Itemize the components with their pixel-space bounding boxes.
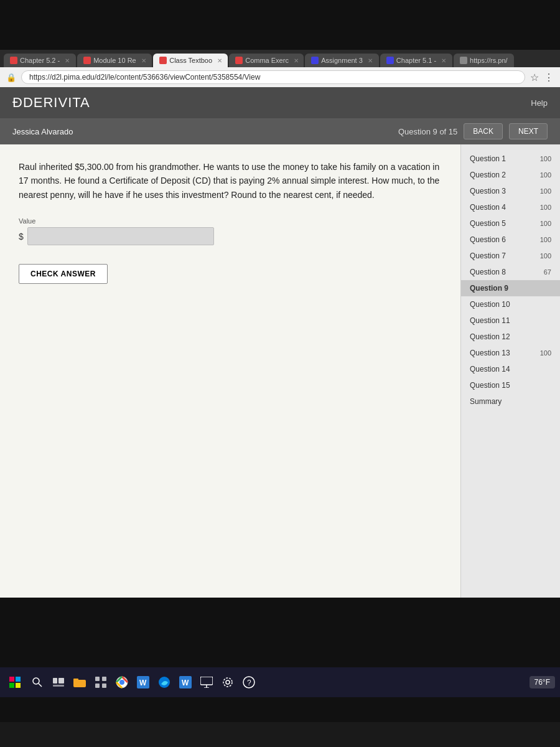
- svg-rect-1: [16, 677, 21, 682]
- edge-taskbar[interactable]: [156, 674, 173, 691]
- sidebar-item-label: Question 11: [470, 316, 510, 325]
- tab-module10[interactable]: Module 10 Re ✕: [77, 54, 152, 67]
- tab-chapter51[interactable]: Chapter 5.1 - ✕: [380, 54, 452, 67]
- student-name: Jessica Alvarado: [12, 127, 73, 136]
- back-button[interactable]: BACK: [464, 123, 503, 139]
- svg-rect-12: [102, 677, 106, 681]
- sidebar-item-label: Question 4: [470, 203, 506, 212]
- sidebar-item-3[interactable]: Question 3100: [461, 183, 560, 199]
- tab-assignment3[interactable]: Assignment 3 ✕: [305, 54, 379, 67]
- gear-icon: [222, 676, 234, 688]
- tab-comma[interactable]: Comma Exerc ✕: [229, 54, 304, 67]
- svg-rect-6: [53, 678, 57, 684]
- help-link[interactable]: Help: [531, 98, 548, 108]
- top-decoration: [0, 0, 560, 50]
- word2-icon: W: [179, 676, 192, 688]
- sidebar-item-score: 100: [540, 155, 551, 162]
- logo-d: Ð: [12, 95, 23, 110]
- browser-chrome: Chapter 5.2 - ✕ Module 10 Re ✕ Class Tex…: [0, 50, 560, 87]
- sidebar-item-9[interactable]: Question 9: [461, 280, 560, 296]
- chrome-taskbar[interactable]: [113, 674, 131, 691]
- svg-rect-0: [9, 677, 14, 682]
- svg-text:W: W: [182, 679, 189, 687]
- check-answer-button[interactable]: CHECK ANSWER: [19, 264, 108, 284]
- svg-line-5: [39, 684, 42, 687]
- sidebar-item-label: Question 10: [470, 300, 510, 309]
- sidebar-item-4[interactable]: Question 4100: [461, 199, 560, 215]
- sidebar-item-16[interactable]: Summary: [461, 393, 560, 410]
- svg-rect-7: [58, 678, 64, 684]
- search-icon: [32, 677, 42, 687]
- start-button[interactable]: [5, 672, 25, 692]
- settings-icon[interactable]: ⋮: [544, 72, 554, 83]
- sidebar-item-label: Question 13: [470, 349, 510, 357]
- monitor-taskbar[interactable]: [198, 674, 215, 691]
- grid-icon: [95, 677, 106, 688]
- sidebar-item-13[interactable]: Question 13100: [461, 345, 560, 361]
- svg-point-16: [119, 680, 124, 685]
- tab-rslink[interactable]: https://rs.pn/: [454, 54, 514, 67]
- sidebar-item-6[interactable]: Question 6100: [461, 232, 560, 248]
- taskview-icon: [53, 678, 64, 687]
- apps-taskbar[interactable]: [92, 674, 110, 691]
- sidebar-item-label: Summary: [470, 397, 502, 406]
- bottom-decoration: [0, 598, 560, 722]
- value-label: Value: [19, 217, 442, 225]
- main-wrapper: ÐDERIVITA Help Jessica Alvarado Question…: [0, 87, 560, 598]
- sidebar-item-1[interactable]: Question 1100: [461, 151, 560, 167]
- tab-favicon: [83, 57, 91, 64]
- word-icon: W: [137, 676, 149, 688]
- sidebar-item-score: 100: [540, 236, 551, 243]
- tab-classtextbook[interactable]: Class Textboo ✕: [153, 54, 228, 67]
- sidebar-item-12[interactable]: Question 12: [461, 329, 560, 345]
- svg-rect-13: [95, 684, 100, 688]
- sidebar-item-score: 100: [540, 220, 551, 227]
- windows-icon: [9, 677, 21, 688]
- next-button[interactable]: NEXT: [509, 123, 548, 139]
- sidebar-item-10[interactable]: Question 10: [461, 296, 560, 312]
- sidebar-item-8[interactable]: Question 867: [461, 264, 560, 280]
- sidebar-item-15[interactable]: Question 15: [461, 377, 560, 393]
- tab-favicon: [311, 57, 319, 64]
- tab-bar: Chapter 5.2 - ✕ Module 10 Re ✕ Class Tex…: [0, 50, 560, 67]
- sidebar-item-label: Question 5: [470, 219, 506, 228]
- sidebar-item-score: 100: [540, 349, 551, 357]
- sidebar-item-label: Question 7: [470, 251, 506, 260]
- sidebar-item-5[interactable]: Question 5100: [461, 215, 560, 232]
- search-taskbar[interactable]: [29, 674, 46, 691]
- student-nav: Jessica Alvarado Question 9 of 15 BACK N…: [0, 118, 560, 144]
- file-explorer-taskbar[interactable]: [71, 674, 88, 691]
- word-taskbar[interactable]: W: [134, 674, 152, 691]
- sidebar-item-label: Question 6: [470, 235, 506, 244]
- answer-input[interactable]: [27, 227, 214, 245]
- tab-favicon: [10, 57, 17, 64]
- sidebar-item-score: 100: [540, 187, 551, 195]
- sidebar-item-11[interactable]: Question 11: [461, 312, 560, 329]
- settings-taskbar[interactable]: [219, 674, 236, 691]
- sidebar-item-score: 100: [540, 204, 551, 211]
- address-bar[interactable]: https://d2l.pima.edu/d2l/le/content/5366…: [21, 70, 525, 84]
- svg-rect-14: [102, 684, 106, 688]
- svg-point-25: [226, 680, 230, 684]
- tab-favicon: [235, 57, 243, 64]
- input-row: $: [19, 227, 442, 245]
- monitor-icon: [200, 677, 213, 688]
- word2-taskbar[interactable]: W: [177, 674, 194, 691]
- help-taskbar[interactable]: ?: [240, 674, 258, 691]
- svg-rect-11: [95, 677, 100, 681]
- sidebar-item-label: Question 14: [470, 365, 510, 374]
- svg-rect-8: [53, 685, 64, 687]
- sidebar-item-7[interactable]: Question 7100: [461, 248, 560, 264]
- question-text: Raul inherited $5,300.00 from his grandm…: [19, 160, 442, 202]
- bookmark-icon[interactable]: ☆: [530, 72, 539, 83]
- taskview-taskbar[interactable]: [50, 674, 67, 691]
- tab-favicon: [460, 57, 467, 64]
- tab-chapter52[interactable]: Chapter 5.2 - ✕: [4, 54, 76, 67]
- address-bar-row: 🔒 https://d2l.pima.edu/d2l/le/content/53…: [0, 67, 560, 87]
- sidebar-item-label: Question 3: [470, 187, 506, 195]
- sidebar-item-14[interactable]: Question 14: [461, 361, 560, 377]
- sidebar-item-2[interactable]: Question 2100: [461, 167, 560, 183]
- weather-display: 76°F: [530, 676, 555, 688]
- browser-nav-icons: ☆ ⋮: [530, 72, 554, 83]
- sidebar-item-label: Question 8: [470, 268, 506, 276]
